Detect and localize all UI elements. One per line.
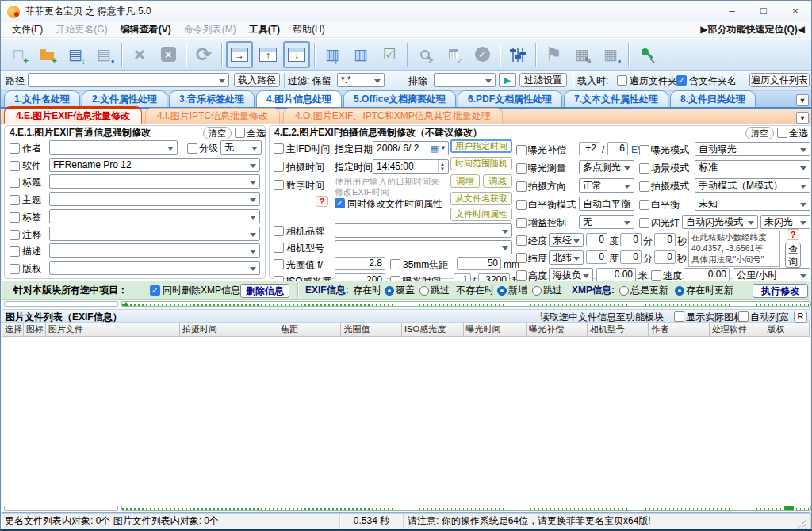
aperture-input[interactable]: 2.8 <box>335 257 385 270</box>
tab-8[interactable]: 8.文件归类处理 <box>670 90 756 107</box>
column-header-图标[interactable]: 图标 <box>24 323 46 336</box>
曝光测量-combo[interactable]: 多点测光 <box>579 160 634 174</box>
menu-item[interactable]: 文件(F) <box>6 22 49 37</box>
column-header-焦距[interactable]: 焦距 <box>278 323 342 336</box>
panel-right-icon[interactable]: → <box>226 41 253 68</box>
load-path-button[interactable]: 载入路径 <box>234 73 280 87</box>
add-folder-icon[interactable]: + <box>33 41 60 68</box>
拍摄模式-combo[interactable]: 手动模式（M模式） <box>695 178 810 193</box>
lat-min-input[interactable]: 0 <box>620 250 642 264</box>
flag-icon[interactable]: ⚑ <box>540 41 567 68</box>
select-all-checkbox[interactable] <box>777 128 787 138</box>
auto-width-checkbox[interactable] <box>738 311 749 322</box>
quick-locate-menu[interactable]: ▶部分功能快速定位(Q)◀ <box>700 23 811 36</box>
from-filename-button[interactable]: 从文件名获取 <box>450 192 512 205</box>
apply-filter-button[interactable]: ▶ <box>499 73 516 87</box>
camera-brand-combo[interactable] <box>335 223 512 238</box>
注释-checkbox[interactable] <box>10 230 20 240</box>
trash-check-icon[interactable]: ✓ <box>440 41 467 68</box>
focal-input[interactable]: 50 <box>457 257 501 270</box>
refresh-icon[interactable]: ⟳ <box>190 41 217 68</box>
latitude-dir-combo[interactable]: 北纬 <box>549 250 584 265</box>
checklist-icon[interactable]: ☑ <box>376 41 403 68</box>
shoot-time-checkbox[interactable] <box>274 162 284 172</box>
tab-1[interactable]: 1.文件名处理 <box>4 90 80 107</box>
增益控制-combo[interactable]: 无 <box>579 215 634 229</box>
aperture-checkbox[interactable] <box>274 259 284 269</box>
column-header-光圈值[interactable]: 光圈值 <box>341 323 402 336</box>
标题-checkbox[interactable] <box>10 178 20 188</box>
traverse-folders-checkbox[interactable] <box>617 75 627 86</box>
digitized-time-checkbox[interactable] <box>274 180 284 190</box>
sliders-icon[interactable] <box>504 41 531 68</box>
overwrite-radio[interactable] <box>385 286 394 296</box>
描述-combo[interactable] <box>49 243 260 258</box>
delete-info-button[interactable]: 删除信息 <box>240 284 289 298</box>
标签-combo[interactable] <box>49 209 260 223</box>
column-header-处理软件[interactable]: 处理软件 <box>710 323 765 336</box>
clear-button[interactable]: 清空 <box>745 127 774 139</box>
tab-overflow-button[interactable]: ▼ <box>796 94 809 106</box>
column-header-作者[interactable]: 作者 <box>649 323 710 336</box>
include-folder-name-checkbox[interactable] <box>676 75 687 86</box>
menu-item[interactable]: 工具(T) <box>243 22 286 37</box>
白平衡模式-checkbox[interactable] <box>516 200 527 210</box>
resize-grip[interactable] <box>797 519 806 529</box>
tab-5[interactable]: 5.Office文档摘要处理 <box>343 90 456 107</box>
白平衡-checkbox[interactable] <box>639 200 649 210</box>
select-all-checkbox[interactable] <box>235 128 245 138</box>
panel-top-icon[interactable]: ↑ <box>255 41 282 68</box>
execute-button[interactable]: 执行修改 <box>753 284 808 298</box>
focal-checkbox[interactable] <box>390 259 400 269</box>
insert-column-left-icon[interactable]: ▥← <box>319 41 346 68</box>
minimize-button[interactable]: – <box>716 1 748 22</box>
曝光模式-checkbox[interactable] <box>639 145 649 155</box>
曝光模式-combo[interactable]: 自动曝光 <box>695 142 810 156</box>
主题-checkbox[interactable] <box>10 195 20 205</box>
camera-model-combo[interactable] <box>335 240 512 254</box>
check-circle-icon[interactable]: ✓ <box>469 41 496 68</box>
拍摄方向-combo[interactable]: 正常 <box>579 178 634 193</box>
load-list-icon[interactable]: ▤↓ <box>62 41 89 68</box>
menu-item[interactable]: 命令列表(M) <box>178 22 243 37</box>
decrease-button[interactable]: 调减 <box>483 174 512 188</box>
table-edit-icon[interactable]: ▦✎ <box>569 41 596 68</box>
latitude-checkbox[interactable] <box>516 253 527 263</box>
speed-checkbox[interactable] <box>651 270 661 281</box>
refresh-columns-button[interactable]: R <box>794 311 807 323</box>
traverse-list-button[interactable]: 遍历文件列表 <box>749 73 810 87</box>
rating-combo[interactable]: 无 <box>220 140 262 155</box>
spinner-arrows-icon[interactable]: ▲▼ <box>438 160 446 173</box>
增益控制-checkbox[interactable] <box>516 218 527 228</box>
lat-sec-input[interactable]: 0 <box>654 250 676 264</box>
date-picker[interactable]: 2008/ 6/ 2 ▦ ▼ <box>373 141 449 155</box>
update-if-exists-radio[interactable] <box>675 286 684 296</box>
clear-button[interactable]: 清空 <box>203 127 232 139</box>
speed-input[interactable]: 0.00 <box>684 268 730 281</box>
search-check-icon[interactable]: ✓ <box>412 41 439 68</box>
path-combo[interactable] <box>28 73 229 87</box>
user-specified-time-button[interactable]: 用户指定时间 <box>450 139 512 153</box>
闪光灯-checkbox[interactable] <box>639 218 649 228</box>
lon-min-input[interactable]: 0 <box>620 233 642 246</box>
column-header-拍摄时间[interactable]: 拍摄时间 <box>180 323 278 336</box>
maximize-button[interactable]: □ <box>748 1 779 22</box>
gps-paste-note[interactable]: 在此粘贴小数经纬度 40.4357, -3.6561等 具体用法见"小问号" <box>688 231 780 267</box>
menu-item[interactable]: 编辑查看(V) <box>114 22 178 37</box>
gps-help-button[interactable]: ? <box>787 229 799 240</box>
白平衡-combo[interactable]: 未知 <box>695 197 810 211</box>
白平衡模式-combo[interactable]: 自动白平衡 <box>579 197 634 211</box>
rating-checkbox[interactable] <box>187 143 197 154</box>
column-header-版权[interactable]: 版权 <box>764 323 810 336</box>
版权-combo[interactable] <box>49 261 260 275</box>
keep-filter-combo[interactable]: *.* <box>337 73 385 87</box>
new-file-icon[interactable]: □+ <box>5 41 32 68</box>
sync-file-time-checkbox[interactable] <box>335 198 345 208</box>
table-save-icon[interactable]: ▦▪ <box>597 41 624 68</box>
read-info-label[interactable]: 读取选中文件信息至功能板块 <box>540 310 664 324</box>
file-table-body[interactable] <box>2 337 810 506</box>
skip2-radio[interactable] <box>532 286 542 296</box>
skip1-radio[interactable] <box>419 286 429 296</box>
subtab-overflow-button[interactable]: ▼ <box>796 112 809 124</box>
always-update-radio[interactable] <box>619 286 629 296</box>
